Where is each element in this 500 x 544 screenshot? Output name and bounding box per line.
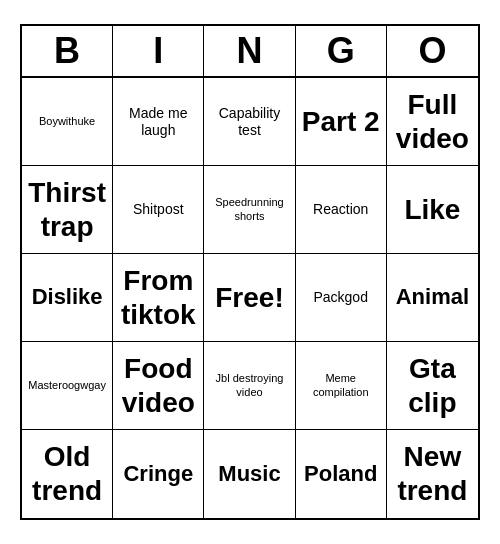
bingo-header: BINGO (22, 26, 478, 78)
cell-text-0: Boywithuke (39, 115, 95, 128)
cell-text-4: Full video (391, 88, 474, 155)
cell-text-5: Thirst trap (26, 176, 108, 243)
bingo-cell-0: Boywithuke (22, 78, 113, 166)
bingo-cell-8: Reaction (296, 166, 387, 254)
cell-text-9: Like (404, 193, 460, 227)
header-letter-b: B (22, 26, 113, 76)
bingo-cell-5: Thirst trap (22, 166, 113, 254)
bingo-cell-15: Masteroogwgay (22, 342, 113, 430)
bingo-cell-21: Cringe (113, 430, 204, 518)
bingo-cell-20: Old trend (22, 430, 113, 518)
bingo-card: BINGO BoywithukeMade me laughCapability … (20, 24, 480, 520)
bingo-cell-24: New trend (387, 430, 478, 518)
cell-text-6: Shitpost (133, 201, 184, 218)
bingo-cell-18: Meme compilation (296, 342, 387, 430)
bingo-cell-1: Made me laugh (113, 78, 204, 166)
cell-text-10: Dislike (32, 284, 103, 310)
cell-text-18: Meme compilation (300, 372, 382, 398)
bingo-cell-2: Capability test (204, 78, 295, 166)
header-letter-o: O (387, 26, 478, 76)
header-letter-i: I (113, 26, 204, 76)
bingo-cell-13: Packgod (296, 254, 387, 342)
cell-text-19: Gta clip (391, 352, 474, 419)
cell-text-3: Part 2 (302, 105, 380, 139)
bingo-cell-4: Full video (387, 78, 478, 166)
bingo-cell-7: Speedrunning shorts (204, 166, 295, 254)
bingo-cell-11: From tiktok (113, 254, 204, 342)
cell-text-20: Old trend (26, 440, 108, 507)
bingo-cell-14: Animal (387, 254, 478, 342)
cell-text-24: New trend (391, 440, 474, 507)
cell-text-23: Poland (304, 461, 377, 487)
cell-text-12: Free! (215, 281, 283, 315)
header-letter-n: N (204, 26, 295, 76)
bingo-grid: BoywithukeMade me laughCapability testPa… (22, 78, 478, 518)
bingo-cell-3: Part 2 (296, 78, 387, 166)
bingo-cell-19: Gta clip (387, 342, 478, 430)
bingo-cell-6: Shitpost (113, 166, 204, 254)
bingo-cell-22: Music (204, 430, 295, 518)
cell-text-14: Animal (396, 284, 469, 310)
cell-text-21: Cringe (123, 461, 193, 487)
bingo-cell-12: Free! (204, 254, 295, 342)
bingo-cell-9: Like (387, 166, 478, 254)
bingo-cell-23: Poland (296, 430, 387, 518)
cell-text-11: From tiktok (117, 264, 199, 331)
cell-text-15: Masteroogwgay (28, 379, 106, 392)
cell-text-17: Jbl destroying video (208, 372, 290, 398)
cell-text-13: Packgod (313, 289, 367, 306)
header-letter-g: G (296, 26, 387, 76)
cell-text-16: Food video (117, 352, 199, 419)
bingo-cell-16: Food video (113, 342, 204, 430)
cell-text-8: Reaction (313, 201, 368, 218)
bingo-cell-17: Jbl destroying video (204, 342, 295, 430)
cell-text-1: Made me laugh (117, 105, 199, 139)
cell-text-22: Music (218, 461, 280, 487)
cell-text-2: Capability test (208, 105, 290, 139)
bingo-cell-10: Dislike (22, 254, 113, 342)
cell-text-7: Speedrunning shorts (208, 196, 290, 222)
